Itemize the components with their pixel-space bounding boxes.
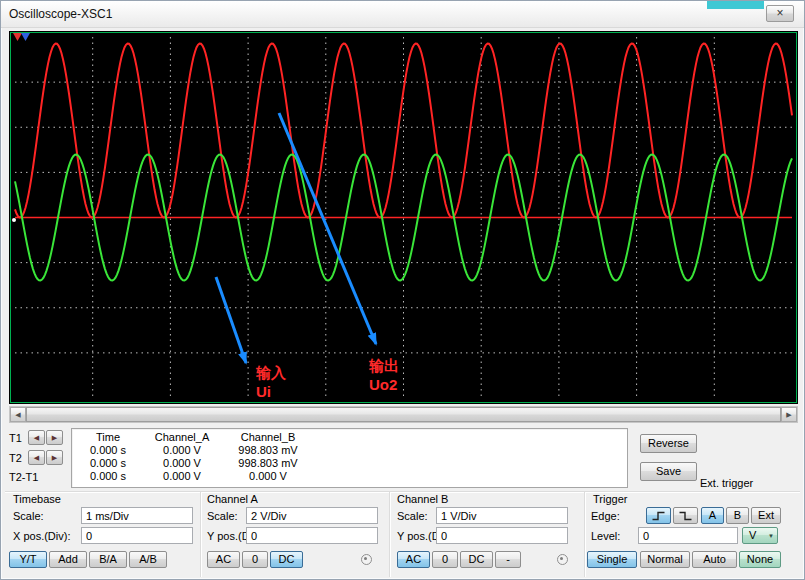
t2-values-row: 0.000 s 0.000 V 998.803 mV	[72, 457, 627, 470]
channel-a-scale-input[interactable]	[246, 507, 378, 524]
diff-channel-a-value: 0.000 V	[144, 470, 220, 483]
channel-b-minus-button[interactable]: -	[495, 551, 521, 568]
channel-position-marker	[12, 218, 16, 222]
scope-display: 输入 Ui 输出 Uo2	[9, 31, 798, 404]
diff-values-row: 0.000 s 0.000 V 0.000 V	[72, 470, 627, 483]
timebase-title: Timebase	[13, 493, 61, 505]
t1-channel-b-value: 998.803 mV	[220, 444, 316, 457]
falling-edge-icon	[678, 511, 693, 521]
scope-h-scrollbar[interactable]: ◀ ▶	[9, 406, 798, 423]
falling-edge-button[interactable]	[673, 507, 698, 524]
trigger-edge-label: Edge:	[591, 510, 620, 522]
annotation-input-text: 输入	[256, 363, 286, 382]
channel-a-indicator	[361, 554, 372, 565]
col-header-channel-b: Channel_B	[220, 431, 316, 444]
trigger-title: Trigger	[593, 493, 627, 505]
channel-a-dc-button[interactable]: DC	[270, 551, 303, 568]
ba-mode-button[interactable]: B/A	[89, 551, 127, 568]
channel-a-title: Channel A	[207, 493, 258, 505]
annotation-output: 输出 Uo2	[369, 356, 399, 394]
t1-time-value: 0.000 s	[72, 444, 144, 457]
timebase-scale-label: Scale:	[13, 510, 44, 522]
scroll-left-button[interactable]: ◀	[10, 407, 26, 422]
channel-b-dc-button[interactable]: DC	[460, 551, 493, 568]
yt-mode-button[interactable]: Y/T	[9, 551, 47, 568]
timebase-scale-input[interactable]	[81, 507, 193, 524]
trigger-level-label: Level:	[591, 530, 620, 542]
output-annotation-arrow	[279, 113, 376, 344]
channel-b-scale-label: Scale:	[397, 510, 428, 522]
reverse-button[interactable]: Reverse	[640, 434, 697, 453]
diff-channel-b-value: 0.000 V	[220, 470, 316, 483]
annotation-input: 输入 Ui	[256, 363, 286, 401]
left-arrow-icon: ◀	[34, 454, 39, 461]
ab-mode-button[interactable]: A/B	[129, 551, 167, 568]
t2-step-right-button[interactable]: ▶	[46, 450, 63, 465]
scroll-right-button[interactable]: ▶	[781, 407, 797, 422]
trigger-source-a-button[interactable]: A	[701, 507, 724, 524]
panel-divider	[200, 492, 201, 577]
t1-step-right-button[interactable]: ▶	[46, 430, 63, 445]
cursor-t2-flag[interactable]	[21, 33, 30, 41]
t2-step-left-button[interactable]: ◀	[28, 450, 45, 465]
t2-channel-b-value: 998.803 mV	[220, 457, 316, 470]
measurement-header-row: Time Channel_A Channel_B	[72, 431, 627, 444]
trigger-source-b-button[interactable]: B	[726, 507, 749, 524]
trigger-level-input[interactable]	[638, 527, 738, 544]
cursor-t2-label: T2	[9, 452, 22, 464]
t1-step-left-button[interactable]: ◀	[28, 430, 45, 445]
cursor-t1-flag[interactable]	[13, 33, 22, 41]
section-divider	[5, 491, 800, 492]
left-arrow-icon: ◀	[34, 434, 39, 441]
add-mode-button[interactable]: Add	[49, 551, 87, 568]
t1-values-row: 0.000 s 0.000 V 998.803 mV	[72, 444, 627, 457]
annotation-output-symbol: Uo2	[369, 375, 399, 394]
col-header-channel-a: Channel_A	[144, 431, 220, 444]
trigger-single-button[interactable]: Single	[587, 551, 637, 568]
timebase-xpos-input[interactable]	[81, 527, 193, 544]
diff-time-value: 0.000 s	[72, 470, 144, 483]
channel-b-indicator	[557, 554, 568, 565]
level-unit-dropdown[interactable]: V ▼	[742, 527, 778, 544]
t2-time-value: 0.000 s	[72, 457, 144, 470]
window-title: Oscilloscope-XSC1	[9, 7, 112, 21]
measurement-table: Time Channel_A Channel_B 0.000 s 0.000 V…	[71, 428, 628, 488]
channel-b-ac-button[interactable]: AC	[397, 551, 430, 568]
channel-b-scale-input[interactable]	[436, 507, 568, 524]
channel-a-ac-button[interactable]: AC	[207, 551, 240, 568]
annotation-output-text: 输出	[369, 356, 399, 375]
trigger-none-button[interactable]: None	[739, 551, 781, 568]
trigger-normal-button[interactable]: Normal	[640, 551, 690, 568]
close-icon: ×	[776, 6, 783, 20]
channel-a-ypos-input[interactable]	[246, 527, 378, 544]
right-arrow-icon: ▶	[52, 454, 57, 461]
rising-edge-button[interactable]	[646, 507, 671, 524]
save-button[interactable]: Save	[640, 462, 697, 481]
close-button[interactable]: ×	[766, 5, 794, 22]
cursor-diff-label: T2-T1	[9, 471, 38, 483]
channel-a-scale-label: Scale:	[207, 510, 238, 522]
col-header-time: Time	[72, 431, 144, 444]
trigger-source-ext-button[interactable]: Ext	[751, 507, 781, 524]
cursor-t1-label: T1	[9, 432, 22, 444]
dropdown-arrow-icon: ▼	[768, 529, 774, 544]
right-arrow-icon: ▶	[52, 434, 57, 441]
scope-screen	[9, 31, 798, 404]
channel-b-zero-button[interactable]: 0	[432, 551, 458, 568]
titlebar-accent	[707, 1, 764, 9]
scroll-right-icon: ▶	[786, 411, 791, 418]
trigger-auto-button[interactable]: Auto	[692, 551, 737, 568]
annotation-arrows	[216, 113, 376, 363]
panel-divider	[389, 492, 390, 577]
scrollbar-thumb[interactable]	[26, 407, 781, 422]
t1-channel-a-value: 0.000 V	[144, 444, 220, 457]
t2-channel-a-value: 0.000 V	[144, 457, 220, 470]
level-unit-value: V	[749, 528, 756, 543]
channel-a-zero-button[interactable]: 0	[242, 551, 268, 568]
channel-b-ypos-input[interactable]	[436, 527, 568, 544]
ext-trigger-label: Ext. trigger	[700, 477, 753, 489]
panel-divider	[584, 492, 585, 577]
rising-edge-icon	[651, 511, 666, 521]
annotation-input-symbol: Ui	[256, 382, 286, 401]
channel-b-title: Channel B	[397, 493, 448, 505]
